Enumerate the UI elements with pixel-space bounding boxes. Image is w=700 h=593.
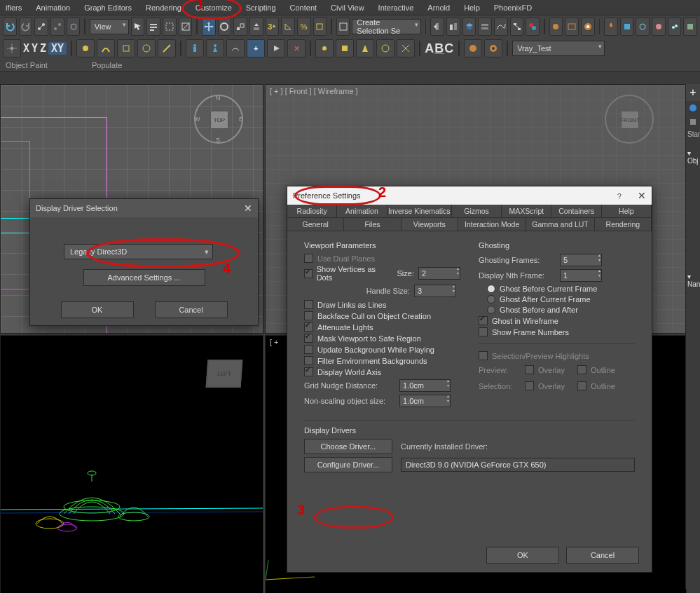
redo-button[interactable] (19, 18, 33, 36)
ghost-wireframe-check[interactable]: Ghost in Wireframe (479, 316, 635, 325)
tab-help[interactable]: Help (602, 205, 652, 217)
show-frame-numbers-check[interactable]: Show Frame Numbers (479, 327, 635, 336)
tab-gamma[interactable]: Gamma and LUT (526, 218, 594, 231)
viewcube-face-front[interactable]: FRONT (621, 111, 639, 129)
text-abc-button[interactable]: ABC (425, 41, 454, 56)
menu-civil-view[interactable]: Civil View (331, 4, 364, 12)
driver-dialog-close-icon[interactable]: ✕ (244, 203, 252, 214)
select-move-button[interactable] (202, 18, 216, 36)
viewcube-left[interactable]: LEFT (206, 360, 243, 388)
misc-tool-e[interactable] (397, 39, 415, 57)
cloth-2-button[interactable] (484, 39, 502, 57)
tab-radiosity[interactable]: Radiosity (287, 205, 337, 217)
show-vertices-check[interactable]: Show Vertices as Dots Size: 2 (304, 265, 460, 282)
axis-xy-button[interactable]: XY (48, 42, 67, 55)
choose-driver-button[interactable]: Choose Driver... (304, 439, 392, 454)
render-setup-button[interactable] (549, 18, 563, 36)
selection-outline-check[interactable]: Outline (577, 381, 615, 390)
ghost-after-radio[interactable]: Ghost After Current Frame (487, 295, 635, 304)
menu-scripting[interactable]: Scripting (246, 4, 276, 12)
menu-help[interactable]: Help (464, 4, 480, 12)
menu-animation[interactable]: Animation (36, 4, 70, 12)
ghosting-frames-spinner[interactable]: 5 (560, 254, 602, 266)
align-button[interactable] (446, 18, 460, 36)
tab-rendering[interactable]: Rendering (595, 218, 652, 231)
menu-modifiers[interactable]: ifiers (6, 4, 22, 12)
render-button[interactable] (581, 18, 595, 36)
material-editor-button[interactable] (526, 18, 540, 36)
tab-interaction[interactable]: Interaction Mode (458, 218, 526, 231)
prefs-cancel-button[interactable]: Cancel (566, 547, 639, 564)
phoenix-misc-button[interactable] (683, 18, 697, 36)
tab-general[interactable]: General (287, 218, 344, 231)
mirror-button[interactable] (430, 18, 444, 36)
menu-content[interactable]: Content (290, 4, 317, 12)
cloth-1-button[interactable] (464, 39, 482, 57)
toggle-ribbon-button[interactable] (478, 18, 492, 36)
panel-object-rollout[interactable]: ▾ Obj (686, 148, 700, 166)
mask-viewport-check[interactable]: Mask Viewport to Safe Region (304, 334, 460, 343)
select-place-button[interactable] (249, 18, 263, 36)
create-sphere-icon[interactable] (686, 101, 700, 115)
tab-maxscript[interactable]: MAXScript (502, 205, 551, 217)
menu-interactive[interactable]: Interactive (378, 4, 414, 12)
menu-graph-editors[interactable]: Graph Editors (84, 4, 132, 12)
tab-files[interactable]: Files (344, 218, 401, 231)
menu-customize[interactable]: Customize (195, 4, 232, 12)
viewport-persp-label[interactable]: [ + (270, 338, 279, 346)
brush-tool-5[interactable] (158, 39, 176, 57)
tab-animation[interactable]: Animation (337, 205, 387, 217)
nonscaling-spinner[interactable]: 1.0cm (399, 395, 451, 407)
schematic-view-button[interactable] (510, 18, 524, 36)
named-selection-dropdown[interactable]: Create Selection Se (352, 19, 421, 34)
populate-sim-button[interactable] (267, 39, 285, 57)
prefs-close-icon[interactable]: ✕ (638, 190, 646, 201)
selection-highlights-check[interactable]: Selection/Preview Highlights (479, 351, 635, 360)
create-tab-plus-icon[interactable]: + (686, 84, 700, 101)
axis-z-button[interactable]: Z (40, 42, 46, 55)
snap-3-button[interactable]: 3✦ (266, 18, 280, 36)
select-rotate-button[interactable] (218, 18, 232, 36)
prefs-help-icon[interactable]: ? (617, 192, 622, 200)
populate-flow-button[interactable] (226, 39, 245, 57)
preview-outline-check[interactable]: Outline (577, 365, 615, 374)
misc-tool-a[interactable] (315, 39, 334, 57)
axis-x-button[interactable]: X (23, 42, 29, 55)
preview-overlay-check[interactable]: Overlay (525, 365, 565, 374)
driver-dropdown[interactable]: Legacy Direct3D (64, 244, 213, 259)
undo-button[interactable] (3, 18, 17, 36)
select-object-button[interactable] (131, 18, 145, 36)
tab-gizmos[interactable]: Gizmos (452, 205, 502, 217)
viewcube-top[interactable]: TOP N S E W (194, 95, 243, 144)
populate-people-2[interactable] (206, 39, 224, 57)
brush-tool-2[interactable] (97, 39, 115, 57)
select-name-button[interactable] (146, 18, 160, 36)
display-world-axis-check[interactable]: Display World Axis (304, 367, 460, 376)
ghost-both-radio[interactable]: Ghost Before and After (487, 306, 635, 314)
link-button[interactable] (34, 18, 48, 36)
tab-containers[interactable]: Containers (551, 205, 601, 217)
advanced-settings-button[interactable]: Advanced Settings ... (83, 269, 205, 286)
select-scale-button[interactable] (233, 18, 247, 36)
pivot-button[interactable] (3, 39, 21, 57)
selection-overlay-check[interactable]: Overlay (525, 381, 565, 390)
phoenix-src-button[interactable] (652, 18, 666, 36)
curve-editor-button[interactable] (494, 18, 508, 36)
attenuate-lights-check[interactable]: Attenuate Lights (304, 322, 460, 332)
command-panel[interactable]: + Standa ▾ Obj ▾ Nan (685, 84, 700, 589)
edit-named-sel-button[interactable] (336, 18, 350, 36)
viewcube-face[interactable]: TOP (210, 111, 228, 129)
phoenix-sim-button[interactable] (604, 18, 618, 36)
use-dual-planes-check[interactable]: Use Dual Planes (304, 254, 460, 263)
vray-preset-dropdown[interactable]: Vray_Test (512, 41, 605, 56)
tab-viewports[interactable]: Viewports (402, 218, 458, 231)
populate-people-1[interactable] (186, 39, 204, 57)
backface-cull-check[interactable]: Backface Cull on Object Creation (304, 311, 460, 320)
driver-cancel-button[interactable]: Cancel (155, 301, 228, 318)
unlink-button[interactable] (50, 18, 64, 36)
misc-tool-d[interactable] (376, 39, 394, 57)
create-box-icon[interactable] (686, 115, 700, 129)
brush-tool-1[interactable] (76, 39, 95, 57)
brush-tool-4[interactable] (137, 39, 156, 57)
filter-env-check[interactable]: Filter Environment Backgrounds (304, 356, 460, 365)
